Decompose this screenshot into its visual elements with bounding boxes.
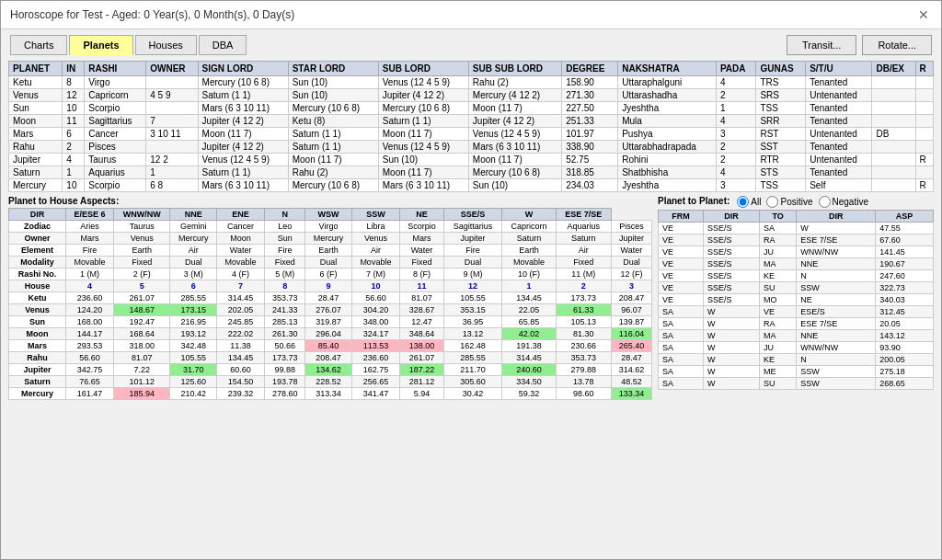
aspects-cell: Air — [556, 245, 611, 257]
planets-cell: Saturn — [9, 166, 63, 179]
planets-cell: 8 — [63, 76, 85, 89]
aspects-static-row: House456789101112123 — [9, 280, 652, 292]
p2p-row: VESSE/SJUWNW/NW141.45 — [659, 246, 934, 258]
planets-cell: TSS — [756, 102, 806, 115]
aspects-cell: 9 (M) — [443, 269, 501, 280]
tab-houses[interactable]: Houses — [135, 35, 197, 55]
left-panel: Planet to House Aspects: DIRE/ESE 6WNW/N… — [8, 196, 652, 552]
aspects-data-cell: 99.88 — [265, 364, 305, 376]
planets-cell: Venus (12 4 5 9) — [378, 76, 468, 89]
planets-cell: 1 — [146, 166, 198, 179]
p2p-cell: SSE/S — [703, 223, 759, 234]
aspects-cell: Modality — [9, 257, 66, 269]
aspects-static-row: ElementFireEarthAirWaterFireEarthAirWate… — [9, 245, 652, 257]
aspects-cell: Movable — [65, 257, 113, 269]
planets-cell: Mercury — [9, 179, 63, 192]
p2p-cell: 200.05 — [876, 354, 934, 366]
aspects-data-cell: Sun — [9, 316, 66, 328]
aspects-cell: 4 — [65, 280, 113, 292]
close-button[interactable]: ✕ — [915, 6, 932, 23]
p2p-cell: SA — [659, 342, 704, 354]
tab-charts[interactable]: Charts — [10, 35, 67, 55]
planets-cell — [915, 76, 933, 89]
aspects-data-cell: 105.13 — [556, 316, 611, 328]
aspects-data-cell: 148.67 — [114, 304, 170, 316]
p2p-cell: SSE/S — [703, 294, 759, 306]
aspects-cell: Dual — [170, 257, 216, 269]
p2p-row: SAWMANNE143.12 — [659, 330, 934, 342]
planets-cell — [146, 76, 198, 89]
p2p-cell: WNW/NW — [797, 342, 876, 354]
p2p-row: VESSE/SMANNE190.67 — [659, 258, 934, 270]
toolbar: Charts Planets Houses DBA Transit... Rot… — [1, 29, 941, 61]
p2p-row: SAWKEN200.05 — [659, 354, 934, 366]
planets-cell: Moon (11 7) — [468, 102, 561, 115]
planets-cell: Rohini — [618, 154, 717, 166]
p2p-cell: RA — [759, 318, 796, 330]
planets-cell — [872, 166, 915, 179]
p2p-cell: ESE 7/SE — [797, 318, 876, 330]
transit-button[interactable]: Transit... — [787, 35, 856, 55]
aspects-data-cell: 50.66 — [265, 340, 305, 352]
aspects-data-cell: 324.17 — [351, 328, 399, 340]
aspects-cell: Earth — [305, 245, 351, 257]
aspects-cell: 10 (F) — [502, 269, 557, 280]
aspects-data-cell: 285.13 — [265, 316, 305, 328]
aspects-data-cell: 239.32 — [216, 388, 264, 400]
aspects-cell: Element — [9, 245, 66, 257]
aspects-data-cell: 193.78 — [265, 376, 305, 388]
aspects-data-cell: 216.95 — [170, 316, 216, 328]
planets-cell: Scorpio — [85, 102, 146, 115]
planets-cell: 2 — [716, 89, 756, 102]
aspects-data-cell: 144.17 — [65, 328, 113, 340]
aspects-data-cell: 161.47 — [65, 388, 113, 400]
p2p-cell: SA — [659, 330, 704, 342]
p2p-cell: SSE/S — [703, 246, 759, 258]
planets-cell: 338.90 — [562, 141, 618, 154]
rotate-button[interactable]: Rotate... — [862, 35, 932, 55]
aspects-data-cell: 13.12 — [443, 328, 501, 340]
planets-row: Moon11Sagittarius7Jupiter (4 12 2)Ketu (… — [9, 115, 934, 128]
planets-row: Jupiter4Taurus12 2Venus (12 4 5 9)Moon (… — [9, 154, 934, 166]
aspects-cell: 2 (F) — [114, 269, 170, 280]
aspects-cell: Cancer — [216, 221, 264, 233]
planets-cell: Moon (11 7) — [378, 128, 468, 141]
aspects-data-cell: 210.42 — [170, 388, 216, 400]
aspects-cell: 9 — [305, 280, 351, 292]
aspects-data-cell: 185.94 — [114, 388, 170, 400]
p2p-cell: SSE/S — [703, 234, 759, 246]
p2p-cell: SA — [659, 306, 704, 318]
radio-positive[interactable]: Positive — [766, 196, 812, 208]
p2p-cell: SSE/S — [703, 282, 759, 294]
planets-cell: Jupiter (4 12 2) — [198, 141, 288, 154]
aspects-data-cell: 101.12 — [114, 376, 170, 388]
aspects-cell: Air — [351, 245, 399, 257]
aspects-cell: Venus — [351, 233, 399, 245]
aspects-data-cell: 139.87 — [611, 316, 651, 328]
p2p-row: SAWMESSW275.18 — [659, 366, 934, 378]
planets-cell: Jyeshtha — [618, 102, 717, 115]
tab-dba[interactable]: DBA — [199, 35, 247, 55]
aspects-data-cell: 261.07 — [400, 352, 444, 364]
aspects-data-cell: 134.45 — [216, 352, 264, 364]
radio-negative[interactable]: Negative — [819, 196, 868, 208]
window-title: Horoscope for Test - Aged: 0 Year(s), 0 … — [10, 8, 294, 21]
aspects-data-cell: 134.62 — [305, 364, 351, 376]
aspects-data-cell: 314.45 — [502, 352, 557, 364]
aspects-table: DIRE/ESE 6WNW/NWNNEENENWSWSSWNESSE/SWESE… — [8, 208, 652, 400]
aspects-data-cell: 281.12 — [400, 376, 444, 388]
aspects-data-cell: 13.78 — [556, 376, 611, 388]
aspects-data-cell: 342.48 — [170, 340, 216, 352]
aspects-data-cell: 168.64 — [114, 328, 170, 340]
aspects-data-cell: 154.50 — [216, 376, 264, 388]
p2p-cell: 143.12 — [876, 330, 934, 342]
aspects-table-wrap: DIRE/ESE 6WNW/NWNNEENENWSWSSWNESSE/SWESE… — [8, 208, 652, 552]
planets-cell: 52.75 — [562, 154, 618, 166]
radio-all[interactable]: All — [737, 196, 761, 208]
aspects-cell: Jupiter — [443, 233, 501, 245]
p2p-cell: 340.03 — [876, 294, 934, 306]
p2p-row: SAWJUWNW/NW93.90 — [659, 342, 934, 354]
aspects-data-cell: 12.47 — [400, 316, 444, 328]
tab-planets[interactable]: Planets — [69, 35, 132, 55]
planets-cell: 158.90 — [562, 76, 618, 89]
